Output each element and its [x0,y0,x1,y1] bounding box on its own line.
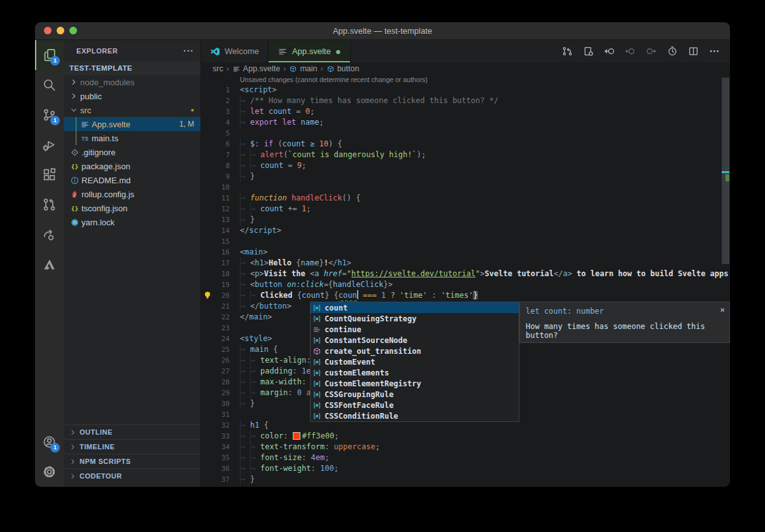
activity-bar-item-search[interactable] [35,70,64,100]
code-line-5[interactable]: 5 [201,128,730,139]
explorer-more-actions-icon[interactable]: ··· [183,46,194,56]
code-line-15[interactable]: 15 [201,236,730,247]
tree-item-package.json[interactable]: {}package.json [64,159,200,173]
tree-item-README.md[interactable]: README.md [64,173,200,187]
tree-item-.gitignore[interactable]: .gitignore [64,145,200,159]
tree-item-src[interactable]: src● [64,103,200,117]
suggestion-CountQueuingStrategy[interactable]: CountQueuingStrategy [311,313,519,324]
breadcrumb-item-button[interactable]: button [326,64,360,73]
suggestion-count[interactable]: count [311,302,519,313]
activity-bar-item-settings[interactable] [35,457,64,487]
code-line-4[interactable]: 4→export let name; [201,117,730,128]
activity-bar-item-accounts[interactable]: 1 [35,427,64,457]
activity-bar-item-live-share[interactable] [35,220,64,249]
sidebar-section-npm-scripts[interactable]: NPM SCRIPTS [64,454,200,468]
code-line-14[interactable]: 14</script> [201,225,730,236]
next-change-button[interactable] [643,43,659,60]
suggestion-CSSFontFaceRule[interactable]: CSSFontFaceRule [311,400,519,410]
tree-item-label: src [80,106,91,115]
previous-change-button[interactable] [622,43,638,60]
code-line-13[interactable]: 13→} [201,214,730,225]
code-line-16[interactable]: 16<main> [201,247,730,258]
overview-ruler-modified-marker [726,174,729,181]
code-line-33[interactable]: 33→→color: #ff3e00; [201,431,730,442]
codelens-unsaved-changes[interactable]: Unsaved changes (cannot determine recent… [240,75,730,85]
suggestion-label: CustomElementRegistry [325,379,421,388]
tree-item-main.ts[interactable]: TSmain.ts [64,131,200,145]
activity-bar-item-run-debug[interactable] [35,130,64,160]
line-number: 9 [201,171,230,182]
activity-bar-item-explorer[interactable]: 1 [35,40,64,70]
suggestion-continue[interactable]: continue [311,324,519,335]
code-line-11[interactable]: 11→function handleClick() { [201,193,730,204]
suggestion-label: create_out_transition [325,347,421,356]
sidebar-section-codetour[interactable]: CODETOUR [64,468,200,483]
sidebar-section-timeline[interactable]: TIMELINE [64,439,200,454]
code-editor[interactable]: Unsaved changes (cannot determine recent… [201,75,730,487]
window-title: App.svelte — test-template [35,22,730,39]
activity-bar-item-source-control[interactable]: 1 [35,100,64,130]
code-line-3[interactable]: 3→let count = 0; [201,106,730,117]
suggestion-ConstantSourceNode[interactable]: ConstantSourceNode [311,335,519,346]
suggestion-label: count [325,304,347,312]
code-line-1[interactable]: 1<script> [201,85,730,95]
code-line-18[interactable]: 18→<p>Visit the <a href="https://svelte.… [201,269,730,279]
timer-button[interactable] [664,43,680,60]
code-line-6[interactable]: 6→$: if (count ≥ 10) { [201,139,730,150]
suggestion-CustomElementRegistry[interactable]: CustomElementRegistry [311,378,519,389]
lightbulb-icon[interactable] [203,291,212,300]
code-line-34[interactable]: 34→→text-transform: uppercase; [201,442,730,452]
code-text: →→color: #ff3e00; [230,431,339,442]
tree-item-public[interactable]: public [64,89,200,103]
code-line-2[interactable]: 2→/** How many times has someone clicked… [201,95,730,106]
code-line-20[interactable]: 20→→Clicked {count} {coun === 1 ? 'time'… [201,290,730,301]
breadcrumb-item-app-svelte[interactable]: App.svelte [232,64,280,73]
tree-item-node_modules[interactable]: node_modules [64,75,200,89]
code-line-12[interactable]: 12→→count += 1; [201,204,730,214]
suggestion-label: customElements [325,368,389,377]
breadcrumb-item-src[interactable]: src [213,64,223,73]
code-line-7[interactable]: 7→→alert(`count is dangerously high!`); [201,150,730,160]
breadcrumb-item-main[interactable]: main [289,64,317,73]
line-number: 24 [201,333,230,344]
split-editor-button[interactable] [685,43,701,60]
code-line-19[interactable]: 19→<button on:click={handleClick}> [201,279,730,290]
tree-item-yarn.lock[interactable]: yarn.lock [64,215,200,229]
line-number: 15 [201,236,230,247]
activity-bar-item-azure[interactable] [35,249,64,279]
code-line-37[interactable]: 37→} [201,474,730,485]
section-label: NPM SCRIPTS [80,458,131,465]
line-number: 35 [201,452,230,463]
extensions-icon [42,167,57,182]
tree-item-label: rollup.config.js [81,190,134,199]
activity-bar-item-extensions[interactable] [35,160,64,190]
suggestion-create_out_transition[interactable]: create_out_transition [311,346,519,356]
suggestion-CustomEvent[interactable]: CustomEvent [311,356,519,367]
code-line-9[interactable]: 9→} [201,171,730,182]
more-actions-button[interactable] [706,43,722,60]
close-icon[interactable]: × [720,305,725,314]
compare-changes-button[interactable] [559,43,575,60]
workspace-root-row[interactable]: TEST-TEMPLATE [64,61,200,75]
symbol-variable-icon [312,390,321,399]
sidebar-section-outline[interactable]: OUTLINE [64,424,200,439]
suggestion-customElements[interactable]: customElements [311,367,519,378]
tree-item-App.svelte[interactable]: App.svelte1, M [64,117,200,131]
code-line-8[interactable]: 8→→count = 9; [201,160,730,171]
activity-bar-item-github-pr[interactable] [35,190,64,220]
code-text: <script> [230,85,277,95]
navigate-back-button[interactable] [601,43,617,60]
code-line-10[interactable]: 10 [201,182,730,193]
tab-app-svelte[interactable]: App.svelte● [269,40,351,62]
tree-item-tsconfig.json[interactable]: {}tsconfig.json [64,201,200,215]
azure-icon [42,257,57,272]
code-line-36[interactable]: 36→→font-weight: 100; [201,463,730,474]
open-changes-button[interactable] [580,43,596,60]
line-number: 30 [201,398,230,409]
code-line-35[interactable]: 35→→font-size: 4em; [201,452,730,463]
suggestion-CSSConditionRule[interactable]: CSSConditionRule [311,410,519,421]
suggestion-CSSGroupingRule[interactable]: CSSGroupingRule [311,389,519,400]
tab-welcome[interactable]: Welcome [201,40,269,62]
code-line-17[interactable]: 17→<h1>Hello {name}!</h1> [201,258,730,269]
tree-item-rollup.config.js[interactable]: rollup.config.js [64,187,200,201]
